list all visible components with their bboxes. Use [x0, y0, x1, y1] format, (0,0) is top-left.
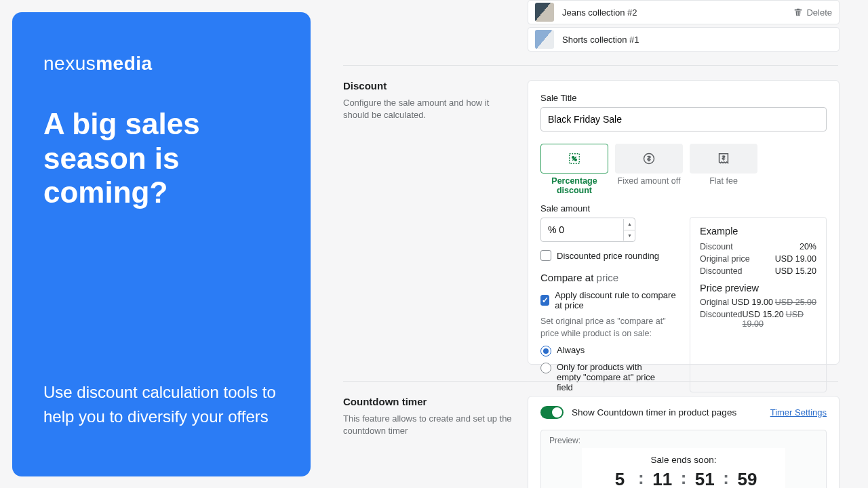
countdown-card: Show Countdown timer in product pages Ti…	[528, 396, 840, 488]
radio-always-label: Always	[557, 345, 585, 355]
discount-type-fixed[interactable]	[615, 144, 683, 174]
discount-type-flat[interactable]	[690, 144, 757, 174]
section-title: Discount	[343, 80, 513, 92]
timer-settings-link[interactable]: Timer Settings	[770, 407, 827, 418]
countdown-toggle[interactable]	[540, 406, 564, 419]
example-box: Example Discount20% Original priceUSD 19…	[690, 217, 827, 392]
compare-helper-text: Set original price as "compare at" price…	[540, 316, 676, 340]
compare-at-title: Compare at price	[540, 272, 676, 283]
type-label-percentage: Percentage discount	[540, 176, 608, 195]
preview-label: Preview:	[549, 436, 818, 445]
price-preview-title: Price preview	[700, 283, 816, 293]
apply-compare-label: Apply discount rule to compare at price	[555, 290, 676, 310]
receipt-icon	[716, 152, 731, 165]
rounding-checkbox[interactable]	[540, 250, 551, 261]
list-item[interactable]: Shorts collection #1	[528, 27, 840, 52]
divider	[343, 65, 838, 66]
product-thumbnail	[535, 3, 554, 22]
sale-amount-input[interactable]	[540, 218, 635, 242]
delete-label: Delete	[806, 7, 832, 18]
timer-hours: 11	[644, 469, 681, 488]
brand-text-light: nexus	[43, 53, 96, 74]
product-name: Jeans collection #2	[562, 7, 637, 18]
stepper-down[interactable]: ▼	[624, 230, 635, 241]
countdown-section-header: Countdown timer This feature allows to c…	[343, 396, 513, 437]
trash-icon	[793, 7, 803, 17]
apply-compare-checkbox[interactable]	[540, 295, 549, 306]
svg-point-2	[574, 159, 576, 161]
promo-card: nexusmedia A big sales season is coming?…	[12, 12, 311, 476]
countdown-message: Sale ends soon:	[582, 455, 785, 465]
type-label-flat: Flat fee	[690, 176, 757, 195]
timer-days: 5	[601, 469, 638, 488]
discount-type-percentage[interactable]	[540, 144, 608, 174]
product-thumbnail	[535, 30, 554, 49]
section-description: Configure the sale amount and how it sho…	[343, 97, 513, 121]
countdown-toggle-label: Show Countdown timer in product pages	[572, 407, 736, 418]
svg-point-1	[572, 157, 574, 159]
discount-card: Sale Title Percentage discount Fixed amo…	[528, 80, 840, 365]
promo-headline: A big sales season is coming?	[43, 107, 279, 210]
radio-empty-label: Only for products with empty "compare at…	[557, 362, 658, 392]
collections-list: Jeans collection #2 Delete Shorts collec…	[528, 0, 840, 54]
countdown-preview: Preview: Sale ends soon: 5day : 11hour :…	[540, 430, 827, 488]
product-name: Shorts collection #1	[562, 35, 639, 45]
stepper-up[interactable]: ▲	[624, 219, 635, 230]
timer-minutes: 51	[686, 469, 723, 488]
radio-always[interactable]	[540, 346, 551, 357]
radio-empty-only[interactable]	[540, 363, 551, 373]
delete-button[interactable]: Delete	[793, 7, 832, 18]
divider	[343, 381, 838, 382]
percentage-icon	[567, 151, 582, 166]
brand-text-bold: media	[96, 53, 152, 74]
brand-logo: nexusmedia	[43, 53, 279, 75]
sale-title-label: Sale Title	[540, 93, 827, 103]
rounding-label: Discounted price rounding	[557, 251, 659, 261]
list-item[interactable]: Jeans collection #2 Delete	[528, 0, 840, 24]
dollar-circle-icon	[642, 152, 656, 165]
section-title: Countdown timer	[343, 396, 513, 407]
type-label-fixed: Fixed amount off	[615, 176, 683, 195]
section-description: This feature allows to create and set up…	[343, 413, 513, 437]
discount-section-header: Discount Configure the sale amount and h…	[343, 80, 513, 121]
sale-title-input[interactable]	[540, 107, 827, 131]
promo-subtext: Use discount calculation tools to help y…	[43, 380, 279, 429]
example-title: Example	[700, 226, 816, 237]
sale-amount-label: Sale amount	[540, 203, 676, 214]
timer-seconds: 59	[729, 469, 766, 488]
